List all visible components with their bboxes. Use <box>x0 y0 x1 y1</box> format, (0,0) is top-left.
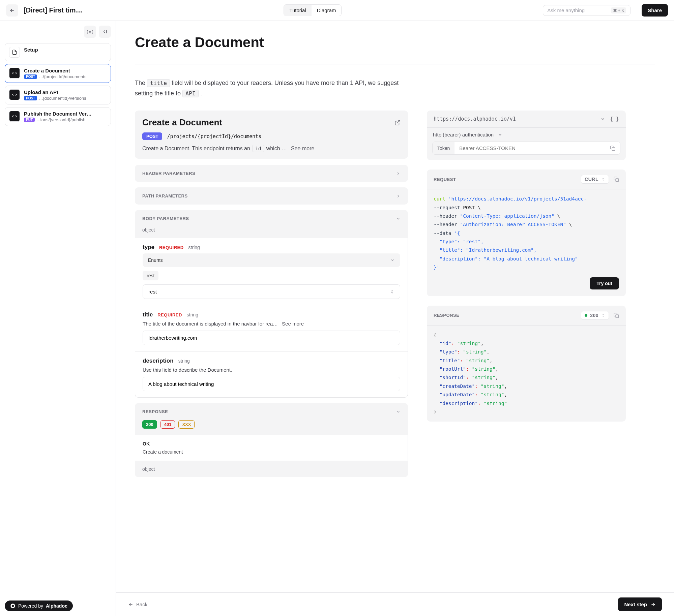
svg-rect-4 <box>616 315 619 318</box>
chevron-right-icon <box>396 171 401 176</box>
enums-toggle[interactable]: Enums <box>143 253 400 267</box>
chevron-right-icon <box>396 194 401 198</box>
path-params-section: PATH PARAMETERS <box>135 187 408 205</box>
response-section: RESPONSE 200 401 XXX OK <box>135 403 408 477</box>
back-button[interactable] <box>6 4 18 17</box>
api-summary-card: Create a Document POST /projects/{projec… <box>135 111 408 159</box>
auth-type-row[interactable]: http (bearer) authentication <box>427 128 626 142</box>
svg-rect-3 <box>616 179 619 182</box>
chevron-down-icon <box>498 132 502 137</box>
see-more-link[interactable]: See more <box>280 321 304 327</box>
tab-diagram[interactable]: Diagram <box>312 5 342 16</box>
title-input[interactable] <box>143 331 400 345</box>
type-select[interactable]: rest <box>143 284 400 299</box>
body-params-toggle[interactable]: BODY PARAMETERS <box>135 210 408 227</box>
share-button[interactable]: Share <box>642 4 668 17</box>
view-toggle: Tutorial Diagram <box>284 4 342 16</box>
try-out-button[interactable]: Try out <box>590 277 619 289</box>
document-icon <box>9 47 20 58</box>
see-more-link[interactable]: See more <box>289 146 314 152</box>
language-select[interactable]: CURL <box>581 175 609 184</box>
chevron-down-icon <box>396 409 401 414</box>
response-panel: RESPONSE 200 <box>427 306 626 422</box>
param-description: description string Use this field to des… <box>135 351 408 398</box>
sidebar-item-create-document[interactable]: Create a Document POST .../{projectId}/d… <box>5 64 111 83</box>
chevron-down-icon <box>396 216 401 221</box>
arrow-right-icon <box>650 602 656 607</box>
api-path: /projects/{projectId}/documents <box>167 133 261 140</box>
external-link-icon[interactable] <box>394 120 401 126</box>
token-input-row: Token <box>432 142 620 155</box>
tab-tutorial[interactable]: Tutorial <box>284 5 311 16</box>
base-url-row: https://docs.alphadoc.io/v1 { } <box>427 111 626 128</box>
copy-icon[interactable] <box>614 313 619 318</box>
api-icon <box>9 111 20 122</box>
search-placeholder: Ask me anything <box>547 7 585 13</box>
token-input[interactable] <box>455 142 605 154</box>
status-401[interactable]: 401 <box>160 420 175 429</box>
header-params-toggle[interactable]: HEADER PARAMETERS <box>135 165 408 182</box>
param-title: title REQUIRED string The title of the d… <box>135 305 408 351</box>
divider <box>636 6 636 14</box>
page-title: Create a Document <box>135 34 655 51</box>
path-params-toggle[interactable]: PATH PARAMETERS <box>135 187 408 205</box>
description-input[interactable] <box>143 377 400 391</box>
search-kbd: ⌘ + K <box>611 7 626 13</box>
sidebar-item-setup[interactable]: Setup <box>5 43 111 61</box>
search-input[interactable]: Ask me anything ⌘ + K <box>543 5 631 16</box>
back-link[interactable]: Back <box>128 602 147 607</box>
response-toggle[interactable]: RESPONSE <box>135 403 408 420</box>
response-code: { "id": "string", "type": "string", "tit… <box>427 326 626 422</box>
body-type-label: object <box>135 227 408 238</box>
request-code: curl 'https://docs.alphadoc.io/v1/projec… <box>427 189 626 277</box>
divider <box>135 64 655 64</box>
braces-icon[interactable]: { } <box>610 116 619 122</box>
svg-rect-2 <box>612 148 615 151</box>
chevron-down-icon <box>390 258 395 263</box>
api-title: Create a Document <box>142 117 222 128</box>
sidebar-item-upload-api[interactable]: Upload an API POST ...{documentId}/versi… <box>5 86 111 104</box>
status-200[interactable]: 200 <box>142 420 157 429</box>
arrow-left-icon <box>128 602 134 607</box>
status-xxx[interactable]: XXX <box>178 420 195 429</box>
status-select[interactable]: 200 <box>581 311 609 320</box>
response-ok-block: OK Create a document <box>135 435 408 461</box>
request-panel: REQUEST CURL <box>427 170 626 296</box>
copy-icon[interactable] <box>614 177 619 182</box>
sidebar-item-publish[interactable]: Publish the Document Ver… PUT ...ions/{v… <box>5 107 111 126</box>
next-step-button[interactable]: Next step <box>618 597 662 611</box>
method-badge: POST <box>142 132 162 140</box>
header-params-section: HEADER PARAMETERS <box>135 165 408 182</box>
alphadoc-logo-icon <box>10 603 16 609</box>
variables-button[interactable]: (x) <box>84 26 96 38</box>
body-params-section: BODY PARAMETERS object type REQUIRED <box>135 210 408 398</box>
intro-text: The title field will be displayed to you… <box>135 78 411 98</box>
collapse-sidebar-button[interactable] <box>99 26 111 38</box>
enum-chip: rest <box>143 271 158 280</box>
status-dot-icon <box>585 314 587 317</box>
select-icon <box>390 289 394 294</box>
chevron-down-icon[interactable] <box>600 117 605 121</box>
auth-panel: https://docs.alphadoc.io/v1 { } http (be… <box>427 111 626 160</box>
copy-icon[interactable] <box>605 146 620 151</box>
api-icon <box>9 68 20 79</box>
svg-point-1 <box>12 605 14 607</box>
page-breadcrumb-title: [Direct] First tim… <box>24 6 82 14</box>
param-type: type REQUIRED string Enums rest <box>135 238 408 305</box>
powered-by-badge[interactable]: Powered by Alphadoc <box>5 600 73 611</box>
api-icon <box>9 89 20 100</box>
response-type-label: object <box>135 461 408 477</box>
